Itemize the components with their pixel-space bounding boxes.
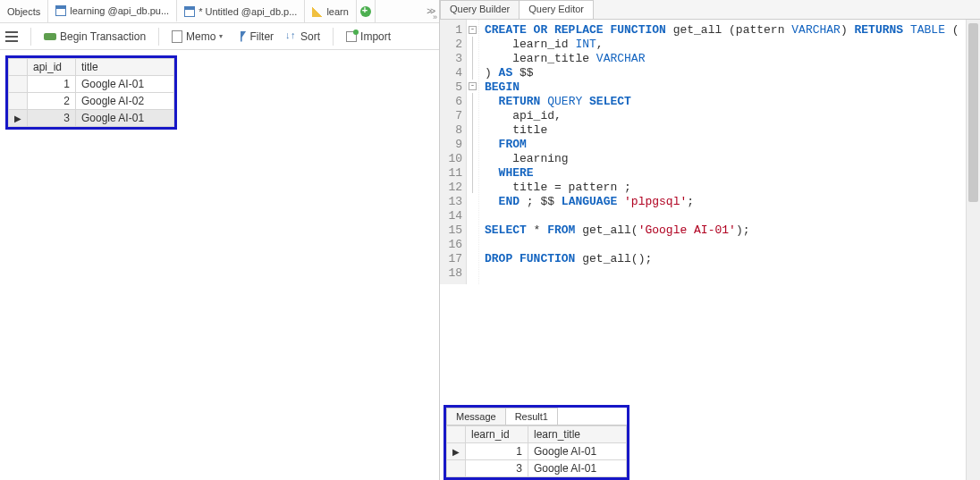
left-grid-highlight: api_id title 1 Google AI-01 2 Google AI-… <box>5 55 177 130</box>
right-tabbar: Query Builder Query Editor <box>440 0 980 20</box>
import-icon <box>346 31 357 42</box>
tab-label: learning @api_db.pu... <box>70 5 169 16</box>
pencil-icon <box>312 6 323 17</box>
table-row[interactable]: ▶ 1 Google AI-01 <box>447 443 627 460</box>
left-tabbar: Objects learning @api_db.pu... * Untitle… <box>0 0 439 23</box>
menu-icon[interactable] <box>5 31 18 42</box>
result-tabbar: Message Result1 <box>446 408 627 425</box>
tab-message[interactable]: Message <box>446 408 506 425</box>
memo-icon <box>172 30 182 43</box>
left-panel: Objects learning @api_db.pu... * Untitle… <box>0 0 440 480</box>
sort-button[interactable]: Sort <box>286 30 320 43</box>
code-content[interactable]: CREATE OR REPLACE FUNCTION get_all (patt… <box>479 20 965 284</box>
btn-label: Begin Transaction <box>60 30 146 43</box>
tab-learn[interactable]: learn <box>305 0 356 22</box>
plus-icon <box>360 6 371 17</box>
filter-icon <box>235 31 246 42</box>
row-header-blank <box>9 59 28 76</box>
cell: Google AI-01 <box>528 460 627 477</box>
btn-label: Filter <box>249 30 274 43</box>
col-header[interactable]: title <box>76 59 174 76</box>
import-button[interactable]: Import <box>346 30 391 43</box>
tab-query-editor[interactable]: Query Editor <box>519 0 594 19</box>
tab-learning[interactable]: learning @api_db.pu... <box>48 0 177 22</box>
btn-label: Memo <box>186 30 215 43</box>
table-row[interactable]: ▶ 3 Google AI-01 <box>9 110 174 127</box>
table-row[interactable]: 3 Google AI-01 <box>447 460 627 477</box>
transaction-icon <box>44 30 56 43</box>
left-datagrid[interactable]: api_id title 1 Google AI-01 2 Google AI-… <box>8 58 174 127</box>
cell: 3 <box>28 110 76 127</box>
code-editor[interactable]: 123456789101112131415161718 - - CREATE O… <box>440 20 980 284</box>
sort-icon <box>286 31 297 42</box>
col-header[interactable]: api_id <box>28 59 76 76</box>
tab-untitled[interactable]: * Untitled @api_db.p... <box>177 0 305 22</box>
cell: 2 <box>28 93 76 110</box>
tab-query-builder[interactable]: Query Builder <box>440 0 520 19</box>
memo-button[interactable]: Memo ▾ <box>172 30 223 43</box>
chevron-down-icon: ▾ <box>219 32 223 40</box>
results-area: Message Result1 learn_id learn_title ▶ 1… <box>440 401 980 480</box>
vertical-scrollbar[interactable] <box>966 20 980 480</box>
cell: Google AI-01 <box>76 76 174 93</box>
cell: Google AI-02 <box>76 93 174 110</box>
tab-objects[interactable]: Objects <box>0 0 48 22</box>
cell: 3 <box>466 460 528 477</box>
table-row[interactable]: 1 Google AI-01 <box>9 76 174 93</box>
filter-button[interactable]: Filter <box>235 30 274 43</box>
left-toolbar: Begin Transaction Memo ▾ Filter Sort Imp… <box>0 23 439 50</box>
cell: 1 <box>466 443 528 460</box>
cell: 1 <box>28 76 76 93</box>
tab-add[interactable] <box>357 0 376 22</box>
col-header[interactable]: learn_id <box>466 426 528 443</box>
begin-transaction-button[interactable]: Begin Transaction <box>44 30 146 43</box>
tab-label: learn <box>326 6 348 17</box>
collapse-icon[interactable]: » <box>433 13 437 21</box>
line-number-gutter: 123456789101112131415161718 <box>440 20 467 284</box>
scrollbar-thumb[interactable] <box>968 23 978 202</box>
result-grid-highlight: Message Result1 learn_id learn_title ▶ 1… <box>444 405 629 480</box>
btn-label: Import <box>360 30 391 43</box>
right-panel: Query Builder Query Editor 1234567891011… <box>440 0 980 480</box>
tab-label: * Untitled @api_db.p... <box>199 6 297 17</box>
cell: Google AI-01 <box>76 110 174 127</box>
tab-label: Objects <box>7 6 40 17</box>
left-data-area: » api_id title 1 Google AI-01 2 Google A… <box>0 50 439 138</box>
table-row[interactable]: 2 Google AI-02 <box>9 93 174 110</box>
tab-result1[interactable]: Result1 <box>505 408 558 425</box>
current-row-marker: ▶ <box>447 443 466 460</box>
table-icon <box>55 5 66 16</box>
cell: Google AI-01 <box>528 443 627 460</box>
current-row-marker: ▶ <box>9 110 28 127</box>
table-icon <box>184 6 195 17</box>
col-header[interactable]: learn_title <box>528 426 627 443</box>
btn-label: Sort <box>300 30 320 43</box>
result-datagrid[interactable]: learn_id learn_title ▶ 1 Google AI-01 3 … <box>446 425 627 477</box>
fold-gutter[interactable]: - - <box>467 20 479 284</box>
